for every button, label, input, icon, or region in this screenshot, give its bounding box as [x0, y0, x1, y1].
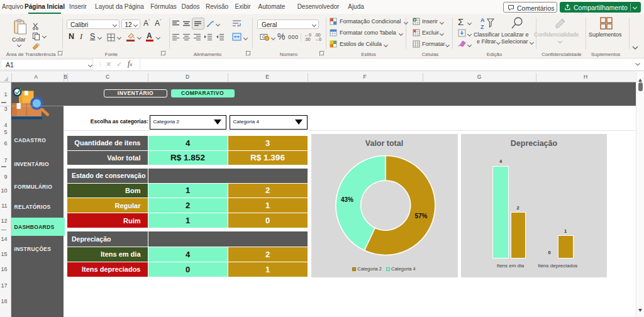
svg-text:Z: Z: [480, 24, 484, 30]
svg-text:A: A: [480, 17, 485, 23]
